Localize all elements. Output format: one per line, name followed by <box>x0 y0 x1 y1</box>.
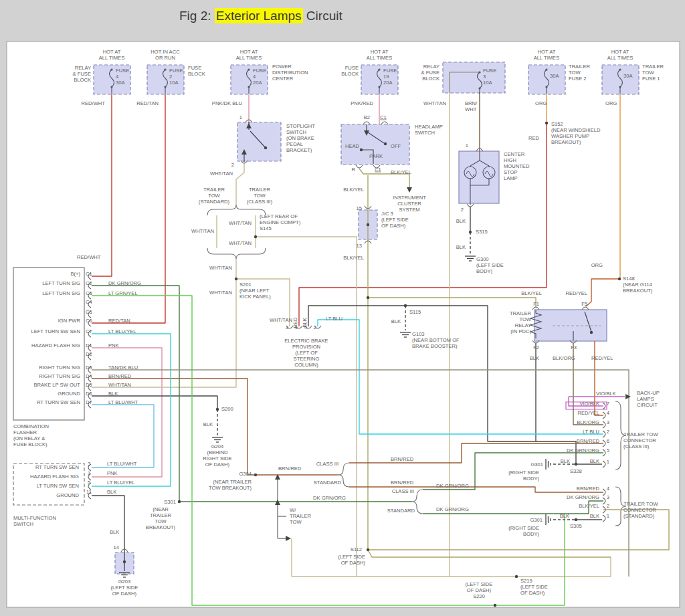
diagram-label: COMBINATIONFLASHER(ON RELAY &FUSE BLOCK) <box>13 423 49 448</box>
diagram-label: C1 <box>380 114 387 120</box>
diagram-label: S200 <box>221 406 233 412</box>
diagram-label: BLK/ORG <box>553 355 575 361</box>
junction-dot <box>515 575 518 578</box>
diagram-label: WHT/TAN <box>229 240 252 246</box>
diagram-label: C1 <box>375 167 381 173</box>
wiring-diagram-svg: HOT ATALL TIMESRELAY& FUSEBLOCKFUSE430AR… <box>0 0 685 616</box>
diagram-label: BLK/YEL <box>521 290 542 296</box>
diagram-label: BRN/RED <box>577 486 600 492</box>
junction-dot <box>575 463 577 466</box>
diagram-label: RELAY& FUSEBLOCK <box>73 65 91 83</box>
diagram-label: BRN/RED <box>108 373 132 379</box>
diagram-label: RELAY& FUSEBLOCK <box>421 64 439 82</box>
diagram-label: BLK/YEL <box>579 503 599 509</box>
diagram-label: PNK/DK BLU <box>212 100 242 106</box>
diagram-label: C1 <box>86 271 92 277</box>
diagram-label: S112 <box>351 546 362 552</box>
junction-dot <box>590 331 593 334</box>
diagram-label: RT TURN SW SEN <box>37 399 80 405</box>
fuse-terminal <box>248 68 250 70</box>
junction-dot <box>404 304 407 307</box>
diagram-label: 15 <box>357 205 362 211</box>
diagram-label: BLK <box>456 218 466 224</box>
diagram-label: WHT/TAN <box>108 382 131 388</box>
diagram-label: HEAD <box>345 143 360 149</box>
junction-dot <box>575 518 577 521</box>
fuse-terminal <box>378 68 380 70</box>
fuse-terminal <box>110 86 112 88</box>
diagram-label: D3 <box>86 365 92 371</box>
diagram-label: 3 <box>607 419 609 425</box>
diagram-label: S305 <box>570 523 582 529</box>
diagram-label: BLK <box>108 391 118 397</box>
diagram-label: BRN/WHT <box>465 100 478 112</box>
diagram-label: 3 <box>286 324 288 330</box>
diagram-label: DK GRN/ORG <box>436 483 469 489</box>
junction-dot <box>360 148 363 151</box>
diagram-label: 3 <box>88 461 90 467</box>
diagram-label: WHT/TAN <box>191 228 214 234</box>
diagram-label: D5 <box>86 382 92 388</box>
diagram-label: 3 <box>607 494 609 500</box>
diagram-label: ORG <box>605 100 617 106</box>
fuse-terminal <box>248 86 250 88</box>
diagram-label: C4 <box>86 299 92 305</box>
diagram-label: D6 <box>86 391 92 397</box>
diagram-label: BRN/RED <box>278 466 302 472</box>
diagram-label: PARK <box>369 153 383 159</box>
diagram-label: WHT/TAN <box>270 317 292 323</box>
diagram-label: STANDARD <box>314 480 342 486</box>
diagram-label: RIGHT TURN SIG <box>39 373 80 379</box>
fuse-terminal <box>545 68 547 70</box>
diagram-label: PNK <box>107 470 118 476</box>
diagram-label: BLK <box>590 458 599 464</box>
diagram-label: BLK/ORG <box>577 419 599 425</box>
diagram-label: 4 <box>304 324 307 330</box>
diagram-label: S301 <box>164 499 176 505</box>
diagram-label: ORG <box>591 262 603 268</box>
fuse-terminal <box>619 86 621 88</box>
diagram-label: WHT/TAN <box>209 290 232 296</box>
diagram-label: C5 <box>86 309 92 315</box>
diagram-label: 14 <box>114 544 119 550</box>
diagram-label: 1 <box>88 470 90 476</box>
diagram-label: C7 <box>86 328 92 334</box>
junction-dot <box>254 474 257 476</box>
diagram-label: 7 <box>607 401 609 407</box>
diagram-label: (LEFT SIDEOF DASH) <box>338 554 365 566</box>
diagram-label: RIGHT TURN SIG <box>39 365 80 371</box>
fuse-terminal <box>478 71 480 73</box>
diagram-label: LEFT TURN SW SEN <box>31 328 80 334</box>
diagram-label: LT BLU/WHT <box>108 399 138 405</box>
diagram-label: 2 <box>461 207 464 213</box>
diagram-label: ORG <box>535 100 547 106</box>
junction-dot <box>367 548 369 551</box>
diagram-label: 1 <box>607 459 609 465</box>
diagram-label: WHT/TAN <box>209 265 232 271</box>
fuse-terminal <box>110 68 112 70</box>
diagram-label: 1 <box>295 324 298 330</box>
diagram-label: 2 <box>607 429 609 435</box>
diagram-label: C6 <box>86 318 92 324</box>
diagram-label: S315 <box>476 229 488 235</box>
junction-dot <box>384 142 387 145</box>
diagram-label: BLK/YEL <box>391 169 411 175</box>
diagram-label: RED/WHT <box>82 100 106 106</box>
diagram-label: RED/YEL <box>566 290 588 296</box>
junction-dot <box>123 560 126 563</box>
diagram-label: DK GRN/ORG <box>313 495 346 501</box>
diagram-label: HAZARD FLASH SIG <box>31 342 80 348</box>
diagram-label: F1 <box>533 301 539 307</box>
diagram-label: S115 <box>409 309 421 315</box>
diagram-label: LT GRN/YEL <box>108 290 138 296</box>
diagram-label: LEFT TURN SIG <box>42 280 80 286</box>
diagram-label: B2 <box>364 114 370 120</box>
junction-dot <box>254 235 257 238</box>
diagram-label: C2 <box>86 280 92 286</box>
diagram-label: PNK <box>108 342 119 348</box>
diagram-label: RED <box>528 135 540 141</box>
diagram-label: WHT/TAN <box>210 171 233 177</box>
diagram-label: 5 <box>88 480 90 486</box>
diagram-label: 1 <box>607 513 609 519</box>
diagram-label: BLK <box>203 421 213 427</box>
